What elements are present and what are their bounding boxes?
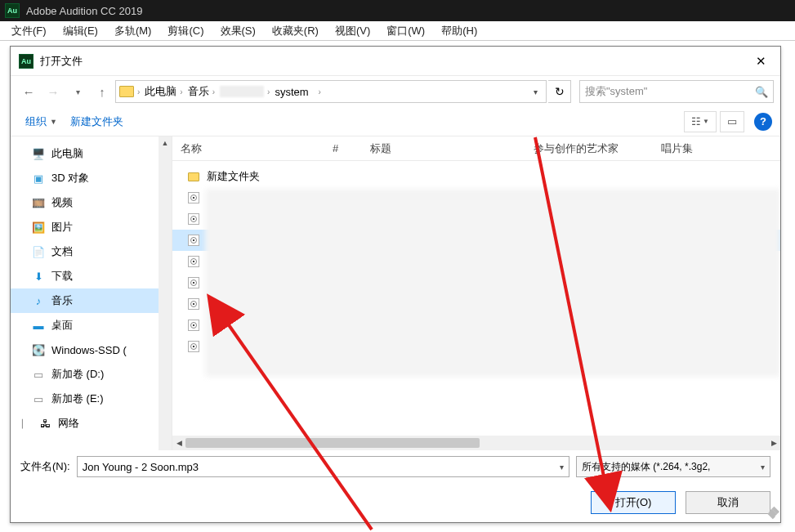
organize-button[interactable]: 组织 ▼ — [19, 111, 64, 132]
folder-icon — [119, 86, 134, 97]
close-button[interactable]: ✕ — [748, 50, 774, 73]
menu-window[interactable]: 窗口(W) — [378, 21, 433, 41]
audio-file-icon — [187, 234, 200, 247]
scroll-up-icon[interactable]: ▲ — [159, 136, 172, 150]
nav-network[interactable]: ▏🖧网络 — [11, 411, 172, 436]
crumb-system[interactable]: system — [275, 86, 308, 98]
address-bar[interactable]: ›此电脑 ›音乐 › ›system› ▾ — [115, 80, 547, 103]
button-row: 打开(O) 取消 — [11, 483, 780, 522]
document-icon: 📄 — [32, 245, 45, 258]
col-number[interactable]: # — [324, 142, 362, 154]
file-list-body[interactable]: 新建文件夹 — [172, 161, 780, 436]
nav-3d-objects[interactable]: ▣3D 对象 — [11, 166, 172, 190]
col-album[interactable]: 唱片集 — [653, 141, 780, 156]
search-input[interactable]: 搜索"system" 🔍 — [579, 80, 774, 103]
nav-label: Windows-SSD ( — [51, 344, 127, 356]
nav-up-button[interactable]: ↑ — [91, 80, 114, 103]
filetype-select[interactable]: 所有支持的媒体 (*.264, *.3g2, ▾ — [576, 456, 770, 477]
nav-label: 视频 — [51, 195, 73, 210]
search-placeholder: 搜索"system" — [585, 84, 647, 99]
search-icon: 🔍 — [755, 86, 768, 98]
col-title[interactable]: 标题 — [362, 141, 525, 156]
cube-icon: ▣ — [32, 172, 45, 185]
col-artist[interactable]: 参与创作的艺术家 — [525, 141, 653, 156]
menu-multitrack[interactable]: 多轨(M) — [106, 21, 160, 41]
nav-windows-ssd[interactable]: 💽Windows-SSD ( — [11, 338, 172, 362]
crumb-redacted[interactable] — [220, 86, 264, 97]
menu-view[interactable]: 视图(V) — [327, 21, 378, 41]
navigation-tree: ▲ 🖥️此电脑 ▣3D 对象 🎞️视频 🖼️图片 📄文档 ⬇下载 ♪音乐 ▬桌面… — [11, 136, 172, 450]
music-icon: ♪ — [32, 294, 45, 307]
menu-help[interactable]: 帮助(H) — [433, 21, 485, 41]
nav-this-pc[interactable]: 🖥️此电脑 — [11, 141, 172, 166]
dialog-titlebar: Au 打开文件 ✕ — [11, 47, 780, 76]
nav-back-button[interactable]: ← — [17, 80, 40, 103]
menu-effect[interactable]: 效果(S) — [212, 21, 264, 41]
audio-file-icon — [187, 212, 200, 226]
col-name[interactable]: 名称 — [172, 141, 324, 156]
view-mode-button[interactable]: ☷ ▼ — [684, 111, 717, 132]
drive-icon: 💽 — [32, 343, 45, 356]
nav-documents[interactable]: 📄文档 — [11, 239, 172, 264]
desktop-icon: ▬ — [32, 319, 45, 332]
refresh-button[interactable]: ↻ — [548, 80, 571, 103]
nav-label: 图片 — [51, 220, 73, 235]
nav-label: 网络 — [58, 416, 79, 431]
drive-icon: ▭ — [32, 392, 45, 405]
filename-label: 文件名(N): — [20, 459, 70, 474]
preview-pane-button[interactable]: ▭ — [720, 111, 744, 132]
new-folder-button[interactable]: 新建文件夹 — [64, 111, 130, 132]
nav-scrollbar[interactable]: ▲ — [159, 136, 172, 450]
nav-label: 文档 — [51, 244, 73, 259]
menu-file[interactable]: 文件(F) — [3, 21, 55, 41]
new-folder-label: 新建文件夹 — [70, 114, 123, 129]
nav-desktop[interactable]: ▬桌面 — [11, 313, 172, 338]
file-list: 名称 # 标题 参与创作的艺术家 唱片集 新建文件夹 — [172, 136, 780, 450]
audio-file-icon — [187, 191, 200, 204]
file-row-folder[interactable]: 新建文件夹 — [172, 166, 780, 187]
horizontal-scrollbar[interactable]: ◀ ▶ — [172, 436, 780, 450]
toolbar-row: 组织 ▼ 新建文件夹 ☷ ▼ ▭ ? — [11, 107, 780, 136]
nav-videos[interactable]: 🎞️视频 — [11, 190, 172, 215]
nav-music[interactable]: ♪音乐 — [11, 288, 172, 313]
nav-pictures[interactable]: 🖼️图片 — [11, 215, 172, 239]
menu-edit[interactable]: 编辑(E) — [55, 21, 106, 41]
nav-volume-e[interactable]: ▭新加卷 (E:) — [11, 387, 172, 411]
nav-downloads[interactable]: ⬇下载 — [11, 264, 172, 288]
dialog-app-icon: Au — [19, 54, 33, 69]
scrollbar-thumb[interactable] — [185, 438, 480, 448]
redacted-area — [205, 189, 780, 377]
address-dropdown-icon[interactable]: ▾ — [529, 87, 543, 96]
network-icon: 🖧 — [38, 417, 51, 430]
nav-label: 音乐 — [51, 293, 73, 308]
nav-label: 此电脑 — [51, 146, 83, 161]
menu-clip[interactable]: 剪辑(C) — [159, 21, 212, 41]
nav-label: 新加卷 (E:) — [51, 391, 104, 406]
filename-input[interactable]: Jon Young - 2 Soon.mp3 ▾ — [77, 456, 569, 477]
audio-file-icon — [187, 255, 200, 268]
scroll-left-icon[interactable]: ◀ — [172, 439, 185, 447]
menu-favorites[interactable]: 收藏夹(R) — [264, 21, 327, 41]
file-name: 新建文件夹 — [207, 169, 260, 184]
crumb-this-pc[interactable]: 此电脑 — [145, 84, 176, 99]
filetype-value: 所有支持的媒体 (*.264, *.3g2, — [582, 460, 710, 474]
chevron-down-icon[interactable]: ▾ — [761, 463, 765, 472]
nav-recent-dropdown[interactable]: ▾ — [66, 80, 89, 103]
help-icon[interactable]: ? — [754, 113, 772, 131]
address-row: ← → ▾ ↑ ›此电脑 ›音乐 › ›system› ▾ ↻ 搜索"syste… — [11, 76, 780, 107]
filename-value: Jon Young - 2 Soon.mp3 — [83, 461, 199, 473]
crumb-music[interactable]: 音乐 — [188, 84, 209, 99]
open-button[interactable]: 打开(O) — [591, 491, 676, 514]
open-file-dialog: Au 打开文件 ✕ ← → ▾ ↑ ›此电脑 ›音乐 › ›system› ▾ … — [10, 46, 781, 523]
cancel-button[interactable]: 取消 — [686, 491, 770, 514]
chevron-down-icon: ▼ — [50, 118, 57, 126]
chevron-right-icon: ▏ — [22, 419, 29, 428]
file-list-header: 名称 # 标题 参与创作的艺术家 唱片集 — [172, 136, 780, 161]
scroll-right-icon[interactable]: ▶ — [767, 439, 780, 447]
nav-forward-button[interactable]: → — [42, 80, 65, 103]
chevron-down-icon[interactable]: ▾ — [560, 463, 564, 472]
dialog-body: ▲ 🖥️此电脑 ▣3D 对象 🎞️视频 🖼️图片 📄文档 ⬇下载 ♪音乐 ▬桌面… — [11, 136, 780, 450]
filename-row: 文件名(N): Jon Young - 2 Soon.mp3 ▾ 所有支持的媒体… — [11, 450, 780, 483]
audio-file-icon — [187, 319, 200, 332]
nav-volume-d[interactable]: ▭新加卷 (D:) — [11, 362, 172, 387]
